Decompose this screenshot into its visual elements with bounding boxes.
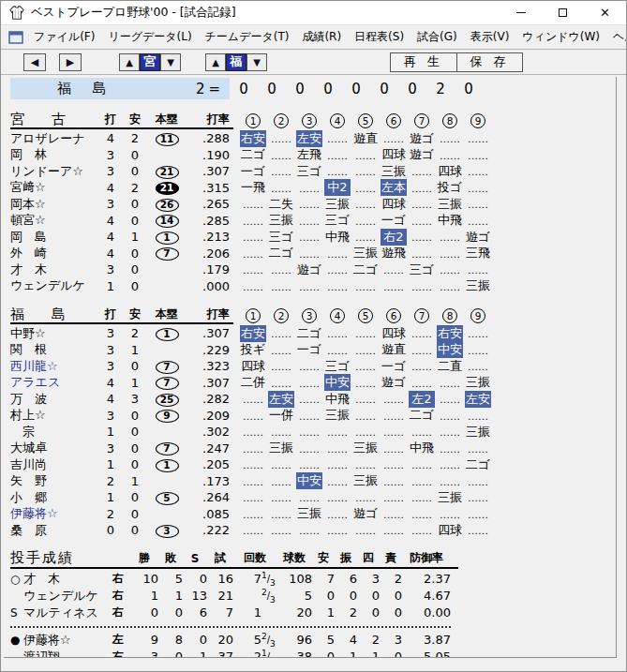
empty-at-bat: …… (299, 411, 320, 423)
at-bat-cell: …… (239, 214, 267, 228)
close-button[interactable]: ✕ (584, 1, 626, 24)
at-bat-cell: 中飛 (323, 229, 351, 246)
empty-at-bat: …… (355, 525, 376, 537)
at-bat-cell: …… (351, 181, 380, 195)
innings-fraction: 2/3 (261, 632, 276, 649)
at-bat-cell: 二失 (267, 196, 295, 213)
empty-at-bat: …… (271, 345, 291, 357)
batter-hits: 3 (123, 392, 147, 406)
pitcher-row: 渡辺翔右3013721/33801105.05 (10, 649, 458, 659)
menu-item-9[interactable]: ヘルプ(H) (606, 26, 627, 48)
at-bat-cell: …… (436, 457, 464, 471)
menu-item-1[interactable]: ファイル(F) (27, 26, 101, 48)
batter-hits: 0 (123, 359, 147, 373)
empty-at-bat: …… (440, 459, 460, 471)
menu-item-5[interactable]: 日程表(S) (348, 26, 411, 48)
menu-item-6[interactable]: 試合(G) (411, 26, 464, 48)
menu-item-4[interactable]: 成績(R) (295, 26, 348, 48)
era: 5.05 (402, 650, 451, 658)
inning-6-runs: 0 (370, 81, 398, 97)
out-result: 三振 (268, 212, 294, 229)
at-bat-cell: …… (239, 523, 267, 537)
empty-at-bat: …… (440, 133, 460, 145)
at-bat-cell: …… (295, 181, 323, 195)
at-bat-cell: …… (436, 441, 464, 455)
pitching-table: 投手成績勝敗S試回数球数安振四責防御率○才 木右10501671/3108763… (10, 550, 458, 659)
team2-button[interactable]: 福 (226, 53, 246, 71)
pitcher-hand: 右 (106, 605, 130, 620)
prev-button[interactable]: ◀ (23, 53, 46, 71)
batter-at-bats: 3 (98, 262, 123, 276)
hr-badge: 5 (156, 492, 179, 505)
at-bat-cell: …… (239, 441, 267, 455)
hit-result: 右安 (437, 325, 463, 342)
batter-name: 矢 野 (10, 472, 98, 489)
at-bat-cell: 三振 (436, 489, 464, 506)
empty-at-bat: …… (243, 492, 263, 504)
out-result: 二ゴ (240, 146, 266, 163)
at-bat-cell: …… (239, 392, 267, 406)
empty-at-bat: …… (383, 509, 404, 521)
at-bat-cell: 三振 (323, 196, 351, 213)
losses: 1 (158, 589, 183, 603)
empty-at-bat: …… (411, 345, 432, 357)
empty-at-bat: …… (355, 281, 376, 293)
at-bat-cell: 一ゴ (295, 341, 323, 358)
at-bat-cell: 中飛 (436, 212, 464, 229)
team2-down-button[interactable]: ▼ (246, 53, 267, 71)
out-result: 四球 (381, 146, 407, 163)
games: 37 (207, 650, 233, 658)
empty-at-bat: …… (243, 394, 263, 406)
batter-average: .264 (187, 490, 230, 504)
empty-at-bat: …… (327, 281, 348, 293)
at-bat-cell: 二併 (239, 374, 267, 391)
out-result: 二ゴ (465, 456, 491, 473)
batter-hr-total: 5 (147, 490, 187, 505)
at-bat-cell: …… (267, 164, 295, 178)
team1-up-button[interactable]: ▲ (119, 53, 140, 71)
hit-result: 左安 (465, 391, 491, 408)
out-result: 三ゴ (324, 212, 351, 229)
replay-button[interactable]: 再 生 (391, 53, 456, 71)
at-bat-cell: …… (239, 507, 267, 521)
empty-at-bat: …… (355, 150, 376, 162)
at-bat-cell: 四球 (380, 325, 408, 342)
save-button[interactable]: 保 存 (456, 53, 522, 71)
empty-at-bat: …… (468, 133, 488, 145)
batter-name: 吉川尚 (10, 456, 98, 473)
batter-average: .323 (187, 359, 230, 373)
document-icon (8, 31, 23, 44)
empty-at-bat: …… (299, 443, 320, 455)
menu-item-2[interactable]: リーグデータ(L) (101, 26, 198, 48)
at-bat-cell: 三振 (436, 196, 464, 213)
at-bat-cell: …… (436, 230, 464, 244)
at-bat-cell: …… (408, 507, 436, 521)
empty-at-bat: …… (299, 361, 320, 373)
at-bat-cell: …… (464, 523, 492, 537)
minimize-button[interactable] (500, 1, 542, 24)
empty-at-bat: …… (355, 426, 376, 439)
arrow-up-icon: ▲ (212, 57, 219, 67)
empty-at-bat: …… (271, 378, 291, 390)
maximize-button[interactable] (542, 1, 584, 24)
menu-item-8[interactable]: ウィンドウ(W) (515, 26, 606, 48)
window-title: ベストプレープロ野球'00 - [試合記録] (31, 5, 236, 21)
menu-item-7[interactable]: 表示(V) (464, 26, 516, 48)
inning-number-icon: 9 (470, 113, 485, 128)
hr-badge: 7 (156, 442, 179, 455)
empty-at-bat: …… (383, 525, 404, 537)
empty-at-bat: …… (411, 199, 432, 211)
next-button[interactable]: ▶ (59, 53, 82, 71)
inning-header: 8 (436, 308, 464, 323)
team2-up-button[interactable]: ▲ (205, 53, 226, 71)
at-bat-cell: …… (464, 326, 492, 340)
at-bat-cell: 三ゴ (323, 358, 351, 375)
batter-name: 頓宮☆ (10, 212, 98, 229)
menu-item-3[interactable]: チームデータ(T) (199, 26, 296, 48)
at-bat-cell: 遊飛 (380, 245, 408, 261)
batter-hr-total: 7 (147, 359, 187, 374)
at-bat-cell: 中安 (323, 374, 351, 391)
team1-button[interactable]: 宮 (140, 53, 160, 71)
batter-row: 吉川尚101.205…………………………………………二ゴ (10, 456, 616, 473)
team1-down-button[interactable]: ▼ (160, 53, 181, 71)
